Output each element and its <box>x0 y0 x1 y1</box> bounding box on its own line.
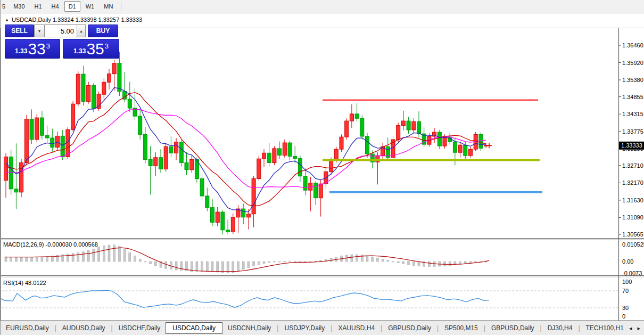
tab-separator: | <box>277 324 278 332</box>
tab-separator: | <box>540 324 542 332</box>
svg-text:1.32710: 1.32710 <box>622 162 643 169</box>
sell-price-big: 33 <box>28 42 45 56</box>
timeframe-button-h4[interactable]: H4 <box>47 1 63 12</box>
svg-text:70: 70 <box>622 288 629 294</box>
price-chart[interactable]: 1.364601.359201.353801.348551.343151.337… <box>1 13 644 321</box>
chart-tab-usdcad-daily[interactable]: USDCAD,Daily <box>166 322 222 334</box>
tab-separator: | <box>55 324 56 332</box>
buy-price-big: 35 <box>86 42 104 56</box>
chart-area: 1.364601.359201.353801.348551.343151.337… <box>1 13 644 321</box>
timeframe-button-w1[interactable]: W1 <box>81 1 99 12</box>
buy-price-sup: 3 <box>105 42 109 50</box>
svg-text:1.32170: 1.32170 <box>622 179 643 186</box>
chart-header-ohlc: USDCAD,Daily 1.33324 1.33398 1.33257 1.3… <box>12 17 142 23</box>
rsi-label: RSI(14) 48.0122 <box>3 280 46 286</box>
svg-text:-0.0073: -0.0073 <box>622 270 642 276</box>
sell-price-prefix: 1.33 <box>15 47 27 55</box>
svg-text:0: 0 <box>622 313 625 320</box>
trading-platform-window: 5M30H1H4D1W1MN 1.364601.359201.353801.34… <box>0 0 644 335</box>
chart-tab-audusd-daily[interactable]: AUDUSD,Daily <box>57 323 111 333</box>
sell-button[interactable]: SELL <box>5 24 34 37</box>
volume-increase-button[interactable]: ▲ <box>77 24 86 37</box>
sell-price-sup: 3 <box>46 42 50 50</box>
buy-button[interactable]: BUY <box>88 24 118 37</box>
chart-tab-tech100-h1[interactable]: TECH100,H1 <box>581 323 629 333</box>
svg-text:1.30565: 1.30565 <box>622 231 643 238</box>
tab-separator: | <box>437 324 439 332</box>
svg-text:1.33333: 1.33333 <box>621 142 642 149</box>
tab-separator: | <box>381 324 382 332</box>
svg-text:1.31630: 1.31630 <box>622 197 643 203</box>
tab-separator: | <box>331 324 332 332</box>
chart-tab-usdjpy-daily[interactable]: USDJPY,Daily <box>279 323 330 333</box>
timeframe-button-m30[interactable]: M30 <box>9 1 29 12</box>
collapse-chart-icon[interactable]: ▲ <box>5 18 9 22</box>
buy-price-prefix: 1.33 <box>73 47 86 55</box>
svg-text:100: 100 <box>622 279 632 285</box>
chart-tab-gbpusd-daily[interactable]: GBPUSD,Daily <box>486 323 540 333</box>
chart-tab-sp500-m15[interactable]: SP500,M15 <box>439 323 483 333</box>
svg-text:1.34855: 1.34855 <box>622 94 643 100</box>
svg-text:1.35920: 1.35920 <box>622 60 643 66</box>
tab-separator: | <box>484 324 485 332</box>
timeframe-button-mn[interactable]: MN <box>100 1 117 12</box>
sell-price-tile[interactable]: 1.33 33 3 <box>5 39 60 59</box>
tab-separator: | <box>111 324 113 332</box>
timeframe-button-h1[interactable]: H1 <box>30 1 46 12</box>
svg-text:1.35380: 1.35380 <box>622 77 643 83</box>
svg-text:0.010525: 0.010525 <box>622 241 644 248</box>
volume-decrease-button[interactable]: ▼ <box>34 24 45 37</box>
toolbar-separator <box>121 2 121 11</box>
chart-tab-dj30-h4[interactable]: DJ30,H4 <box>542 323 578 333</box>
tab-separator: | <box>578 324 580 332</box>
chart-tab-usdchf-daily[interactable]: USDCHF,Daily <box>113 323 166 333</box>
chart-header: ▲ USDCAD,Daily 1.33324 1.33398 1.33257 1… <box>5 17 142 23</box>
timeframe-toolbar: 5M30H1H4D1W1MN <box>1 0 644 13</box>
svg-text:1.36460: 1.36460 <box>622 42 643 48</box>
timeframe-button-d1[interactable]: D1 <box>64 1 80 12</box>
chart-tab-gbpusd-daily[interactable]: GBPUSD,Daily <box>383 323 436 333</box>
chart-tab-usdcnh-daily[interactable]: USDCNH,Daily <box>222 323 276 333</box>
one-click-trade-panel: SELL ▼ ▲ BUY 1.33 33 3 1.33 35 3 <box>5 24 120 59</box>
svg-text:0.00: 0.00 <box>622 258 633 265</box>
buy-price-tile[interactable]: 1.33 35 3 <box>63 39 119 59</box>
chart-tabbar: EURUSD,Daily|AUDUSD,Daily|USDCHF,DailyUS… <box>1 321 644 335</box>
svg-text:30: 30 <box>622 305 629 311</box>
svg-text:1.33775: 1.33775 <box>622 128 643 135</box>
svg-text:1.34315: 1.34315 <box>622 111 643 117</box>
tab-scroll-right-icon[interactable]: ▸ <box>637 325 640 332</box>
svg-text:1.31090: 1.31090 <box>622 214 643 220</box>
volume-input[interactable] <box>45 24 77 37</box>
timeframe-button-5[interactable]: 5 <box>1 1 8 12</box>
chart-tab-xauusd-h4[interactable]: XAUUSD,H4 <box>333 323 380 333</box>
macd-label: MACD(12,26,9) -0.000030 0.000568 <box>3 241 98 248</box>
bid-price-box: 1.33333 <box>619 142 644 150</box>
tab-scroll-left-icon[interactable]: ◂ <box>629 325 632 332</box>
chart-tab-eurusd-daily[interactable]: EURUSD,Daily <box>1 323 54 333</box>
